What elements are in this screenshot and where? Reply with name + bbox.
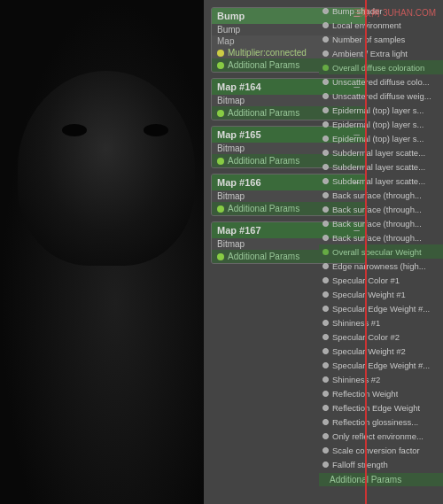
prop-item-23: Specular Color #2 bbox=[319, 330, 443, 344]
prop-dot-19 bbox=[323, 277, 329, 283]
prop-label-25: Specular Edge Weight #... bbox=[332, 361, 430, 370]
prop-dot-31 bbox=[323, 447, 329, 454]
prop-label-5: Unscattered diffuse colo... bbox=[332, 77, 430, 87]
map165-node-title: Map #165 bbox=[217, 129, 261, 140]
prop-dot-1 bbox=[323, 22, 329, 28]
map166-params-label: Additional Params bbox=[228, 204, 299, 213]
map165-params-dot bbox=[217, 158, 224, 165]
prop-dot-15 bbox=[323, 221, 329, 227]
prop-dot-7 bbox=[323, 107, 329, 113]
prop-item-27: Reflection Weight bbox=[319, 386, 443, 400]
prop-item-13: Back surface (through... bbox=[319, 188, 443, 202]
prop-item-12: Subdermal layer scatte... bbox=[319, 174, 443, 188]
prop-dot-11 bbox=[323, 164, 329, 170]
prop-dot-21 bbox=[323, 306, 329, 312]
gorilla-right-eye bbox=[144, 124, 168, 136]
prop-item-1: Local environment bbox=[319, 18, 443, 32]
map167-params-label: Additional Params bbox=[228, 252, 299, 261]
gorilla-face bbox=[18, 71, 195, 266]
prop-dot-32 bbox=[323, 461, 329, 468]
prop-item-25: Specular Edge Weight #... bbox=[319, 358, 443, 372]
prop-item-10: Subdermal layer scatte... bbox=[319, 145, 443, 159]
prop-item-18: Edge narrowness (high... bbox=[319, 259, 443, 273]
prop-dot-4 bbox=[323, 65, 329, 71]
prop-label-16: Back surface (through... bbox=[332, 233, 422, 243]
map164-params-dot bbox=[217, 110, 224, 117]
bump-multiplier-label: Multiplier:connected bbox=[228, 48, 307, 58]
prop-label-29: Reflection glossiness... bbox=[332, 417, 418, 427]
prop-label-13: Back surface (through... bbox=[332, 190, 422, 200]
prop-dot-27 bbox=[323, 391, 329, 397]
bump-params-label: Additional Params bbox=[228, 60, 299, 70]
prop-label-31: Scale conversion factor bbox=[332, 446, 420, 455]
bump-node-title: Bump bbox=[217, 11, 245, 21]
prop-dot-5 bbox=[323, 79, 329, 85]
prop-dot-12 bbox=[323, 178, 329, 184]
properties-column: Bump shaderLocal environmentNumber of sa… bbox=[319, 0, 443, 492]
prop-dot-14 bbox=[323, 206, 329, 213]
prop-label-15: Back surface (through... bbox=[332, 219, 422, 229]
prop-label-14: Back surface (through... bbox=[332, 205, 422, 214]
prop-item-32: Falloff strength bbox=[319, 457, 443, 471]
gorilla-left-eye bbox=[62, 124, 87, 136]
prop-item-7: Epidermal (top) layer s... bbox=[319, 103, 443, 117]
prop-dot-26 bbox=[323, 376, 329, 383]
prop-item-16: Back surface (through... bbox=[319, 230, 443, 244]
prop-dot-10 bbox=[323, 150, 329, 156]
watermark: 三联网 3UHAN.COM bbox=[354, 7, 436, 19]
prop-item-2: Number of samples bbox=[319, 32, 443, 46]
prop-item-5: Unscattered diffuse colo... bbox=[319, 74, 443, 89]
prop-item-3: Ambient / Extra light bbox=[319, 46, 443, 60]
prop-dot-29 bbox=[323, 419, 329, 425]
prop-label-3: Ambient / Extra light bbox=[332, 49, 408, 58]
prop-label-21: Specular Edge Weight #... bbox=[332, 304, 430, 314]
map167-node-title: Map #167 bbox=[217, 225, 261, 236]
prop-item-29: Reflection glossiness... bbox=[319, 415, 443, 429]
prop-dot-0 bbox=[323, 8, 329, 14]
map166-node-title: Map #166 bbox=[217, 177, 261, 188]
map164-params-label: Additional Params bbox=[228, 108, 299, 118]
background-image bbox=[0, 0, 230, 504]
prop-item-4: Overall diffuse coloration bbox=[319, 60, 443, 74]
bump-map-label: Map bbox=[217, 36, 234, 46]
prop-label-17: Overall specular Weight bbox=[332, 247, 422, 257]
prop-dot-30 bbox=[323, 433, 329, 439]
prop-item-9: Epidermal (top) layer s... bbox=[319, 131, 443, 145]
prop-item-28: Reflection Edge Weight bbox=[319, 400, 443, 415]
prop-dot-18 bbox=[323, 263, 329, 269]
prop-dot-2 bbox=[323, 36, 329, 43]
prop-label-2: Number of samples bbox=[332, 35, 405, 44]
prop-dot-8 bbox=[323, 121, 329, 128]
prop-item-6: Unscattered diffuse weig... bbox=[319, 89, 443, 103]
prop-label-6: Unscattered diffuse weig... bbox=[332, 91, 431, 101]
prop-dot-20 bbox=[323, 291, 329, 298]
prop-label-28: Reflection Edge Weight bbox=[332, 403, 420, 413]
prop-dot-9 bbox=[323, 136, 329, 142]
prop-label-10: Subdermal layer scatte... bbox=[332, 148, 425, 158]
prop-label-30: Only reflect environme... bbox=[332, 431, 424, 441]
prop-dot-23 bbox=[323, 334, 329, 340]
prop-item-11: Subdermal layer scatte... bbox=[319, 159, 443, 174]
prop-item-8: Epidermal (top) layer s... bbox=[319, 117, 443, 131]
map167-params-dot bbox=[217, 253, 224, 260]
prop-label-7: Epidermal (top) layer s... bbox=[332, 105, 424, 115]
prop-item-22: Shininess #1 bbox=[319, 315, 443, 330]
map165-params-label: Additional Params bbox=[228, 156, 299, 166]
prop-label-11: Subdermal layer scatte... bbox=[332, 162, 425, 172]
prop-dot-25 bbox=[323, 362, 329, 368]
prop-additional-params[interactable]: Additional Params bbox=[319, 473, 443, 486]
prop-item-19: Specular Color #1 bbox=[319, 273, 443, 287]
bump-params-dot bbox=[217, 62, 224, 69]
prop-label-20: Specular Weight #1 bbox=[332, 290, 406, 299]
prop-item-14: Back surface (through... bbox=[319, 202, 443, 216]
prop-item-31: Scale conversion factor bbox=[319, 443, 443, 457]
prop-item-26: Shininess #2 bbox=[319, 372, 443, 386]
prop-label-12: Subdermal layer scatte... bbox=[332, 176, 425, 186]
prop-label-18: Edge narrowness (high... bbox=[332, 261, 426, 271]
prop-item-24: Specular Weight #2 bbox=[319, 344, 443, 358]
prop-dot-24 bbox=[323, 348, 329, 354]
prop-dot-22 bbox=[323, 320, 329, 326]
prop-label-32: Falloff strength bbox=[332, 460, 388, 469]
prop-label-9: Epidermal (top) layer s... bbox=[332, 134, 424, 143]
connection-line bbox=[365, 0, 367, 504]
